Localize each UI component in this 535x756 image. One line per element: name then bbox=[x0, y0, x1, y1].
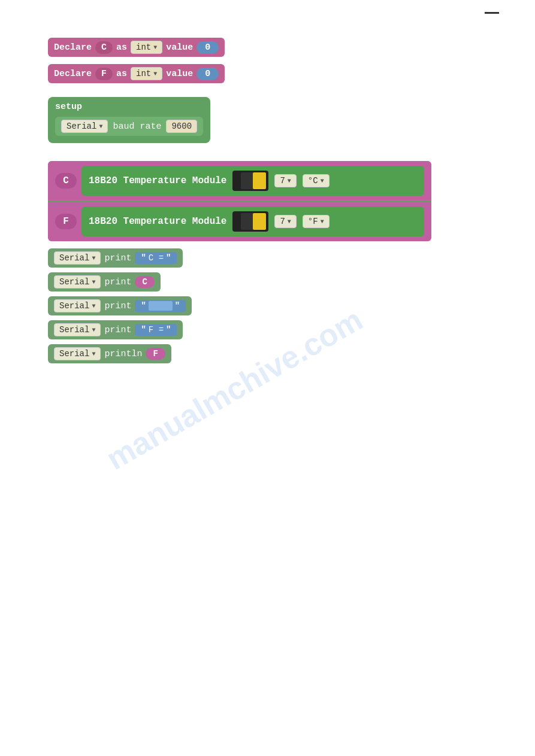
print-action-0: print bbox=[104, 253, 131, 263]
print-action-2: print bbox=[104, 301, 131, 311]
temp-module-label-f: 18B20 Temperature Module bbox=[89, 216, 226, 227]
serial-dropdown-2[interactable]: ▼ bbox=[92, 303, 95, 309]
serial-badge-1[interactable]: Serial ▼ bbox=[54, 275, 101, 289]
type-dropdown-f[interactable]: ▼ bbox=[153, 71, 157, 77]
declare-type-c[interactable]: int ▼ bbox=[131, 41, 162, 54]
serial-outer-4: Serial ▼ println F bbox=[48, 344, 171, 363]
serial-print-block-2: Serial ▼ print " " bbox=[48, 295, 487, 317]
string-badge-3: " F = " bbox=[135, 324, 177, 336]
serial-baud-block: Serial ▼ baud rate 9600 bbox=[55, 117, 203, 136]
string-empty-content bbox=[149, 301, 173, 311]
var-ref-f: F bbox=[146, 348, 165, 360]
serial-outer-0: Serial ▼ print " C = " bbox=[48, 248, 183, 268]
string-badge-0: " C = " bbox=[135, 252, 177, 264]
serial-outer-2: Serial ▼ print " " bbox=[48, 296, 192, 315]
baud-value-badge: 9600 bbox=[166, 120, 197, 133]
serial-outer-1: Serial ▼ print C bbox=[48, 272, 161, 292]
baud-rate-label: baud rate bbox=[113, 122, 161, 132]
serial-print-block-1: Serial ▼ print C bbox=[48, 271, 487, 293]
var-ref-c: C bbox=[135, 276, 154, 288]
sensor-icon-c bbox=[232, 171, 268, 191]
port-badge-c[interactable]: 7 ▼ bbox=[274, 174, 296, 187]
declare-section: Declare C as int ▼ value 0 Declare F as … bbox=[48, 36, 487, 85]
declare-f-outer: Declare F as int ▼ value 0 bbox=[48, 64, 225, 83]
temp-inner-c: 18B20 Temperature Module 7 ▼ °C ▼ bbox=[81, 166, 424, 196]
serial-dropdown-1[interactable]: ▼ bbox=[92, 279, 95, 286]
sensor-icon-f bbox=[232, 211, 268, 232]
port-dropdown-c[interactable]: ▼ bbox=[288, 178, 291, 184]
declare-as-c: as bbox=[116, 42, 127, 53]
declare-keyword-c: Declare bbox=[54, 42, 92, 53]
serial-print-block-0: Serial ▼ print " C = " bbox=[48, 247, 487, 269]
declare-value-f: 0 bbox=[197, 68, 219, 80]
unit-dropdown-c[interactable]: ▼ bbox=[321, 178, 324, 184]
port-badge-f[interactable]: 7 ▼ bbox=[274, 215, 296, 228]
print-action-3: print bbox=[104, 325, 131, 335]
serial-dropdown-3[interactable]: ▼ bbox=[92, 327, 95, 333]
serial-dropdown-4[interactable]: ▼ bbox=[92, 351, 95, 357]
unit-badge-c[interactable]: °C ▼ bbox=[303, 174, 330, 187]
print-action-1: print bbox=[104, 277, 131, 287]
setup-label: setup bbox=[55, 102, 203, 112]
temp-module-label-c: 18B20 Temperature Module bbox=[89, 175, 226, 186]
string-content-0: C = bbox=[149, 253, 164, 263]
setup-section: setup Serial ▼ baud rate 9600 bbox=[48, 97, 487, 143]
port-dropdown-f[interactable]: ▼ bbox=[288, 218, 291, 225]
declare-c-outer: Declare C as int ▼ value 0 bbox=[48, 38, 225, 57]
declare-var-c: C bbox=[95, 41, 113, 54]
declare-as-f: as bbox=[116, 69, 127, 79]
print-action-4: println bbox=[104, 349, 142, 359]
serial-badge-2[interactable]: Serial ▼ bbox=[54, 299, 101, 312]
declare-keyword-f: Declare bbox=[54, 69, 92, 79]
unit-badge-f[interactable]: °F ▼ bbox=[303, 215, 330, 228]
string-badge-2: " " bbox=[135, 300, 186, 312]
unit-dropdown-f[interactable]: ▼ bbox=[321, 218, 324, 225]
declare-type-f[interactable]: int ▼ bbox=[131, 67, 162, 80]
serial-badge-4[interactable]: Serial ▼ bbox=[54, 347, 101, 360]
page-container: manualmchive.com Declare C as int ▼ valu… bbox=[0, 0, 535, 403]
loop-var-c: C bbox=[55, 173, 77, 189]
serial-outer-3: Serial ▼ print " F = " bbox=[48, 320, 183, 339]
declare-var-f: F bbox=[95, 68, 113, 80]
serial-badge-0[interactable]: Serial ▼ bbox=[54, 251, 101, 265]
minimize-button[interactable] bbox=[485, 12, 499, 14]
serial-badge-setup[interactable]: Serial ▼ bbox=[61, 120, 108, 133]
serial-dropdown-setup[interactable]: ▼ bbox=[99, 123, 102, 130]
serial-dropdown-0[interactable]: ▼ bbox=[92, 255, 95, 262]
string-content-3: F = bbox=[149, 325, 164, 335]
loop-var-f: F bbox=[55, 214, 77, 229]
loop-section: C 18B20 Temperature Module 7 ▼ °C ▼ bbox=[48, 161, 487, 241]
loop-outer: C 18B20 Temperature Module 7 ▼ °C ▼ bbox=[48, 161, 431, 241]
temp-row-c: C 18B20 Temperature Module 7 ▼ °C ▼ bbox=[48, 161, 431, 201]
temp-inner-f: 18B20 Temperature Module 7 ▼ °F ▼ bbox=[81, 207, 424, 236]
type-dropdown-c[interactable]: ▼ bbox=[153, 44, 157, 51]
serial-section: Serial ▼ print " C = " Serial ▼ print C bbox=[48, 247, 487, 365]
declare-value-label-c: value bbox=[166, 42, 193, 53]
declare-value-c: 0 bbox=[197, 41, 219, 54]
serial-print-block-4: Serial ▼ println F bbox=[48, 343, 487, 365]
serial-print-block-3: Serial ▼ print " F = " bbox=[48, 319, 487, 341]
declare-c-block: Declare C as int ▼ value 0 bbox=[48, 36, 487, 59]
declare-f-block: Declare F as int ▼ value 0 bbox=[48, 62, 487, 85]
declare-value-label-f: value bbox=[166, 69, 193, 79]
temp-row-f: F 18B20 Temperature Module 7 ▼ °F ▼ bbox=[48, 202, 431, 241]
serial-badge-3[interactable]: Serial ▼ bbox=[54, 323, 101, 336]
setup-outer: setup Serial ▼ baud rate 9600 bbox=[48, 97, 210, 143]
